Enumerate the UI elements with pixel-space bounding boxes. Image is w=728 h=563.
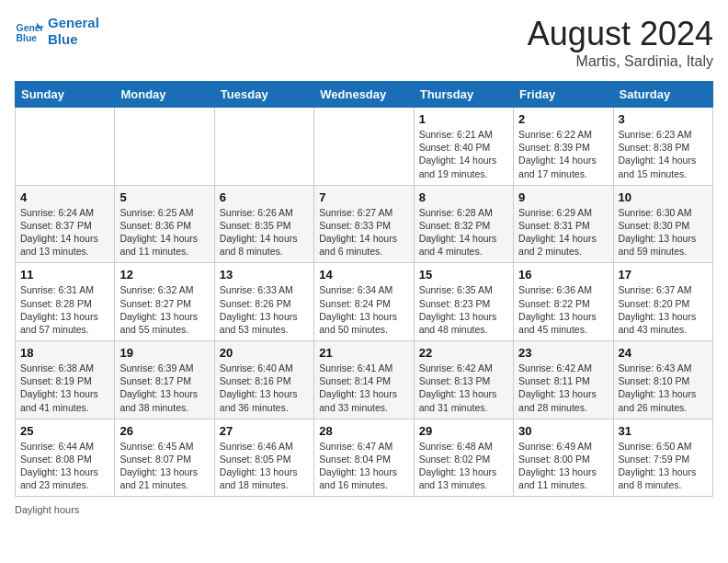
location: Martis, Sardinia, Italy <box>528 53 713 70</box>
day-info: Sunrise: 6:26 AM Sunset: 8:35 PM Dayligh… <box>220 206 309 259</box>
calendar-cell: 7Sunrise: 6:27 AM Sunset: 8:33 PM Daylig… <box>314 185 414 263</box>
calendar-col-monday: Monday <box>115 82 214 108</box>
svg-text:Blue: Blue <box>17 33 38 43</box>
day-info: Sunrise: 6:32 AM Sunset: 8:27 PM Dayligh… <box>119 283 209 336</box>
day-number: 26 <box>119 424 209 438</box>
day-number: 18 <box>20 346 109 360</box>
day-info: Sunrise: 6:28 AM Sunset: 8:32 PM Dayligh… <box>419 206 508 259</box>
day-number: 17 <box>619 268 708 282</box>
day-number: 10 <box>619 190 708 204</box>
calendar-col-sunday: Sunday <box>16 82 115 108</box>
day-number: 9 <box>518 190 608 204</box>
day-info: Sunrise: 6:35 AM Sunset: 8:23 PM Dayligh… <box>419 283 508 336</box>
day-number: 11 <box>20 268 109 282</box>
logo-blue: Blue <box>48 31 99 48</box>
day-info: Sunrise: 6:42 AM Sunset: 8:13 PM Dayligh… <box>419 362 508 414</box>
calendar-week-4: 18Sunrise: 6:38 AM Sunset: 8:19 PM Dayli… <box>16 341 713 419</box>
day-info: Sunrise: 6:21 AM Sunset: 8:40 PM Dayligh… <box>419 128 508 180</box>
calendar-cell: 13Sunrise: 6:33 AM Sunset: 8:26 PM Dayli… <box>214 263 313 341</box>
day-info: Sunrise: 6:47 AM Sunset: 8:04 PM Dayligh… <box>319 440 408 492</box>
day-number: 20 <box>220 346 309 360</box>
calendar-col-wednesday: Wednesday <box>314 82 414 108</box>
calendar-cell: 28Sunrise: 6:47 AM Sunset: 8:04 PM Dayli… <box>314 419 414 497</box>
calendar-cell: 10Sunrise: 6:30 AM Sunset: 8:30 PM Dayli… <box>613 185 712 263</box>
day-info: Sunrise: 6:50 AM Sunset: 7:59 PM Dayligh… <box>619 440 708 492</box>
day-info: Sunrise: 6:38 AM Sunset: 8:19 PM Dayligh… <box>20 362 109 414</box>
day-info: Sunrise: 6:24 AM Sunset: 8:37 PM Dayligh… <box>20 206 109 259</box>
day-number: 21 <box>319 346 408 360</box>
day-number: 4 <box>20 190 109 204</box>
calendar-cell <box>214 108 313 186</box>
logo-general: General <box>48 15 99 31</box>
day-info: Sunrise: 6:23 AM Sunset: 8:38 PM Dayligh… <box>619 128 708 180</box>
day-info: Sunrise: 6:43 AM Sunset: 8:10 PM Dayligh… <box>619 362 708 414</box>
calendar-cell: 15Sunrise: 6:35 AM Sunset: 8:23 PM Dayli… <box>414 263 513 341</box>
day-number: 13 <box>220 268 309 282</box>
day-info: Sunrise: 6:41 AM Sunset: 8:14 PM Dayligh… <box>319 362 408 414</box>
day-number: 23 <box>518 346 608 360</box>
day-info: Sunrise: 6:42 AM Sunset: 8:11 PM Dayligh… <box>518 362 608 414</box>
day-number: 8 <box>419 190 508 204</box>
calendar-cell: 6Sunrise: 6:26 AM Sunset: 8:35 PM Daylig… <box>214 185 313 263</box>
day-info: Sunrise: 6:29 AM Sunset: 8:31 PM Dayligh… <box>518 206 608 259</box>
day-info: Sunrise: 6:37 AM Sunset: 8:20 PM Dayligh… <box>619 283 708 336</box>
day-number: 3 <box>619 112 708 126</box>
calendar-week-3: 11Sunrise: 6:31 AM Sunset: 8:28 PM Dayli… <box>16 263 713 341</box>
calendar-week-5: 25Sunrise: 6:44 AM Sunset: 8:08 PM Dayli… <box>16 419 713 497</box>
calendar-cell: 24Sunrise: 6:43 AM Sunset: 8:10 PM Dayli… <box>613 341 712 419</box>
day-number: 12 <box>119 268 209 282</box>
day-number: 6 <box>220 190 309 204</box>
calendar-header-row: SundayMondayTuesdayWednesdayThursdayFrid… <box>16 82 713 108</box>
day-number: 5 <box>119 190 209 204</box>
day-info: Sunrise: 6:33 AM Sunset: 8:26 PM Dayligh… <box>220 283 309 336</box>
day-info: Sunrise: 6:45 AM Sunset: 8:07 PM Dayligh… <box>119 440 209 492</box>
calendar-cell <box>314 108 414 186</box>
day-info: Sunrise: 6:36 AM Sunset: 8:22 PM Dayligh… <box>518 283 608 336</box>
calendar-cell <box>16 108 115 186</box>
calendar-cell: 17Sunrise: 6:37 AM Sunset: 8:20 PM Dayli… <box>613 263 712 341</box>
day-info: Sunrise: 6:25 AM Sunset: 8:36 PM Dayligh… <box>119 206 209 259</box>
footer: Daylight hours <box>15 504 713 515</box>
calendar-cell: 20Sunrise: 6:40 AM Sunset: 8:16 PM Dayli… <box>214 341 313 419</box>
calendar-cell: 29Sunrise: 6:48 AM Sunset: 8:02 PM Dayli… <box>414 419 513 497</box>
calendar-cell: 18Sunrise: 6:38 AM Sunset: 8:19 PM Dayli… <box>16 341 115 419</box>
day-info: Sunrise: 6:46 AM Sunset: 8:05 PM Dayligh… <box>220 440 309 492</box>
day-info: Sunrise: 6:49 AM Sunset: 8:00 PM Dayligh… <box>518 440 608 492</box>
day-number: 22 <box>419 346 508 360</box>
month-title: August 2024 <box>528 15 713 53</box>
calendar-cell: 19Sunrise: 6:39 AM Sunset: 8:17 PM Dayli… <box>115 341 214 419</box>
day-info: Sunrise: 6:27 AM Sunset: 8:33 PM Dayligh… <box>319 206 408 259</box>
calendar-cell: 12Sunrise: 6:32 AM Sunset: 8:27 PM Dayli… <box>115 263 214 341</box>
title-block: August 2024 Martis, Sardinia, Italy <box>528 15 713 70</box>
day-info: Sunrise: 6:44 AM Sunset: 8:08 PM Dayligh… <box>20 440 109 492</box>
calendar-cell: 4Sunrise: 6:24 AM Sunset: 8:37 PM Daylig… <box>16 185 115 263</box>
calendar-cell: 14Sunrise: 6:34 AM Sunset: 8:24 PM Dayli… <box>314 263 414 341</box>
logo: General Blue General Blue <box>15 15 99 48</box>
logo-icon: General Blue <box>15 17 44 46</box>
page-header: General Blue General Blue August 2024 Ma… <box>15 15 713 70</box>
day-number: 31 <box>619 424 708 438</box>
calendar-cell: 1Sunrise: 6:21 AM Sunset: 8:40 PM Daylig… <box>414 108 513 186</box>
day-info: Sunrise: 6:30 AM Sunset: 8:30 PM Dayligh… <box>619 206 708 259</box>
day-number: 14 <box>319 268 408 282</box>
calendar-cell: 25Sunrise: 6:44 AM Sunset: 8:08 PM Dayli… <box>16 419 115 497</box>
day-info: Sunrise: 6:39 AM Sunset: 8:17 PM Dayligh… <box>119 362 209 414</box>
calendar-cell: 23Sunrise: 6:42 AM Sunset: 8:11 PM Dayli… <box>514 341 613 419</box>
calendar-cell: 27Sunrise: 6:46 AM Sunset: 8:05 PM Dayli… <box>214 419 313 497</box>
day-info: Sunrise: 6:40 AM Sunset: 8:16 PM Dayligh… <box>220 362 309 414</box>
day-number: 29 <box>419 424 508 438</box>
day-info: Sunrise: 6:48 AM Sunset: 8:02 PM Dayligh… <box>419 440 508 492</box>
calendar-cell: 11Sunrise: 6:31 AM Sunset: 8:28 PM Dayli… <box>16 263 115 341</box>
daylight-label: Daylight hours <box>15 504 79 515</box>
calendar-week-1: 1Sunrise: 6:21 AM Sunset: 8:40 PM Daylig… <box>16 108 713 186</box>
calendar-cell: 8Sunrise: 6:28 AM Sunset: 8:32 PM Daylig… <box>414 185 513 263</box>
calendar-cell: 22Sunrise: 6:42 AM Sunset: 8:13 PM Dayli… <box>414 341 513 419</box>
calendar-cell: 26Sunrise: 6:45 AM Sunset: 8:07 PM Dayli… <box>115 419 214 497</box>
calendar-col-thursday: Thursday <box>414 82 513 108</box>
day-number: 15 <box>419 268 508 282</box>
day-number: 30 <box>518 424 608 438</box>
calendar-cell <box>115 108 214 186</box>
calendar-col-saturday: Saturday <box>613 82 712 108</box>
day-info: Sunrise: 6:34 AM Sunset: 8:24 PM Dayligh… <box>319 283 408 336</box>
day-number: 2 <box>518 112 608 126</box>
